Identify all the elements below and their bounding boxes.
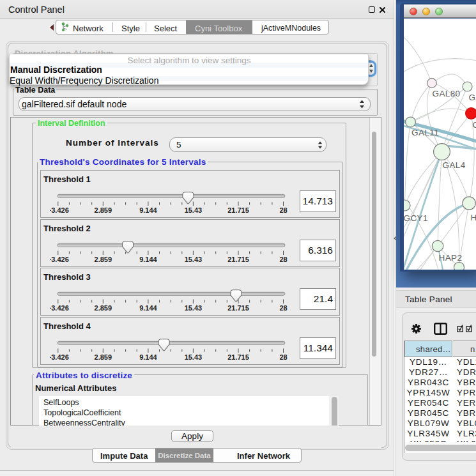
svg-text:GAL11: GAL11 bbox=[411, 128, 439, 137]
svg-text:15.43: 15.43 bbox=[185, 353, 203, 361]
svg-text:−3.426: −3.426 bbox=[50, 353, 69, 361]
svg-text:9.144: 9.144 bbox=[139, 256, 157, 263]
svg-text:28: 28 bbox=[279, 206, 287, 214]
svg-text:HAP2: HAP2 bbox=[438, 252, 462, 262]
svg-text:15.43: 15.43 bbox=[185, 304, 203, 312]
svg-text:C: C bbox=[472, 119, 476, 129]
svg-text:28: 28 bbox=[279, 256, 287, 263]
svg-text:28: 28 bbox=[279, 353, 287, 361]
svg-text:21.715: 21.715 bbox=[227, 304, 249, 312]
svg-text:9.144: 9.144 bbox=[139, 206, 157, 214]
svg-text:2.859: 2.859 bbox=[95, 206, 112, 214]
svg-text:21.715: 21.715 bbox=[227, 206, 249, 214]
svg-text:15.43: 15.43 bbox=[185, 206, 203, 214]
svg-text:9.144: 9.144 bbox=[139, 304, 157, 312]
svg-text:GA: GA bbox=[468, 92, 476, 102]
svg-text:−3.426: −3.426 bbox=[50, 206, 69, 214]
svg-text:2.859: 2.859 bbox=[95, 353, 112, 361]
svg-text:−3.426: −3.426 bbox=[50, 256, 69, 263]
svg-text:15.43: 15.43 bbox=[185, 256, 203, 263]
svg-text:21.715: 21.715 bbox=[227, 353, 249, 361]
svg-text:28: 28 bbox=[279, 304, 287, 312]
svg-text:GCY1: GCY1 bbox=[404, 213, 428, 223]
svg-text:2.859: 2.859 bbox=[95, 304, 112, 312]
svg-text:GAL80: GAL80 bbox=[432, 89, 460, 98]
svg-text:GAL4: GAL4 bbox=[442, 160, 465, 169]
svg-text:9.144: 9.144 bbox=[139, 353, 157, 361]
svg-text:−3.426: −3.426 bbox=[50, 304, 69, 312]
svg-text:2.859: 2.859 bbox=[95, 256, 112, 263]
svg-text:H: H bbox=[470, 212, 476, 222]
svg-text:21.715: 21.715 bbox=[227, 256, 249, 263]
